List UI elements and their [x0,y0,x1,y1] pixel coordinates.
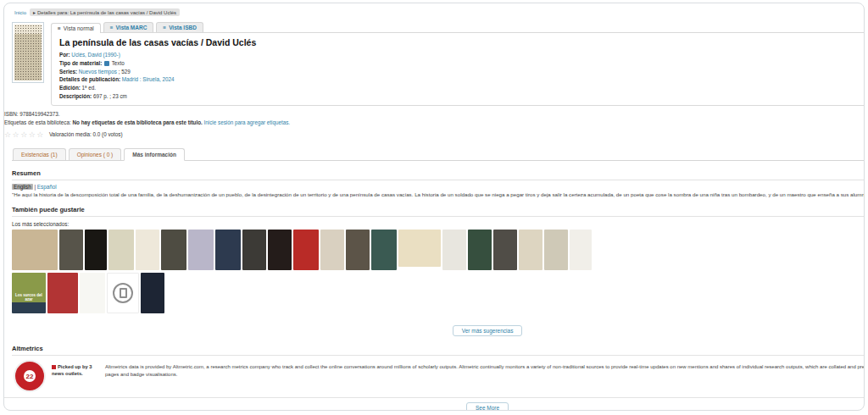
tab-mas-informacion[interactable]: Más información [124,148,185,161]
suggested-book-cover[interactable] [107,273,139,313]
rating-stars[interactable]: ☆☆☆☆☆ [4,129,45,141]
suggested-book-cover[interactable] [320,230,344,270]
suggested-book-cover[interactable] [468,230,492,270]
suggested-book-cover[interactable] [293,230,319,270]
suggested-book-cover[interactable] [85,230,107,270]
breadcrumb: Inicio ▸ Detalles para: La península de … [14,8,856,16]
breadcrumb-current: ▸ Detalles para: La península de las cas… [30,8,180,16]
star-icon[interactable]: ☆ [4,130,13,139]
edition-value: 1ª ed. [82,85,96,91]
altmetric-score: 22 [26,373,34,380]
news-legend-swatch [52,365,56,369]
section-resumen: Resumen English | Español "He aquí la hi… [12,169,865,197]
covers-row-1 [12,230,865,270]
suggested-book-cover[interactable] [268,230,292,270]
altmetric-donut-badge[interactable]: 22 [15,362,44,390]
suggested-book-cover[interactable] [136,230,159,270]
record-tabs: Existencias (1) Opiniones ( 0 ) Más info… [12,148,865,161]
suggested-book-cover[interactable] [442,230,466,270]
summary-text: "He aquí la historia de la descomposició… [12,191,865,197]
edition-label: Edición: [59,85,81,91]
suggested-book-cover[interactable] [161,230,186,270]
suggested-book-cover[interactable] [47,273,78,313]
star-icon[interactable]: ☆ [20,130,29,139]
star-icon[interactable]: ☆ [13,130,21,139]
suggested-book-cover[interactable] [141,273,164,313]
altmetric-legend: Picked up by 3 news outlets. [52,363,97,378]
publication-link[interactable]: Madrid : Siruela, 2024 [122,76,175,82]
series-label: Series: [59,69,77,75]
suggested-book-cover[interactable] [242,230,266,270]
section-altmetrics: Altmetrics 22 Picked up by 3 news outlet… [12,345,865,411]
suggested-book-cover[interactable] [188,230,214,270]
library-tags-label: Etiquetas de esta biblioteca: [4,119,71,125]
suggested-book-cover[interactable] [59,230,83,270]
suggested-book-cover[interactable] [108,230,134,270]
cover-title-text: Los surcos del azar [12,293,46,302]
author-link[interactable]: Uclés, David (1990-) [71,52,120,58]
see-more-button[interactable]: See More [466,402,509,411]
suggested-book-cover[interactable] [544,230,568,270]
series-link[interactable]: Nuevos tiempos [79,69,117,75]
login-to-tag-link[interactable]: Inicie sesión para agregar etiquetas. [204,119,291,125]
record-panel: La península de las casas vacías / David… [51,32,865,106]
tab-opiniones[interactable]: Opiniones ( 0 ) [69,148,122,160]
rating-average-text: Valoración media: 0.0 (0 votos) [49,130,123,139]
breadcrumb-arrow-icon: ▸ [33,9,36,15]
ver-mas-sugerencias-button[interactable]: Ver más sugerencias [453,325,523,336]
most-selected-label: Los más seleccionados: [12,221,865,227]
section-tambien-puede-gustarle: También puede gustarle Los más seleccion… [12,206,865,336]
language-separator: | [34,184,36,190]
publication-label: Detalles de publicación: [59,76,120,82]
suggested-book-cover[interactable] [215,230,241,270]
suggested-book-cover[interactable] [80,273,105,313]
suggested-book-cover[interactable] [493,230,517,270]
language-english-selected[interactable]: English [12,184,33,190]
description-label: Descripción: [59,93,92,99]
description-value: 697 p. ; 23 cm [93,93,127,99]
isbn-value: 9788419942373. [19,111,59,117]
covers-row-2: Los surcos del azar [12,273,865,313]
tab-vista-isbd[interactable]: ≡ Vista ISBD [156,22,203,32]
page-title: La península de las casas vacías / David… [59,37,865,47]
series-number: ; 529 [119,69,131,75]
suggested-book-cover[interactable] [570,230,592,270]
star-icon[interactable]: ☆ [29,130,37,139]
tab-existencias[interactable]: Existencias (1) [13,148,66,160]
record-extra: ISBN: 9788419942373. Etiquetas de esta b… [4,110,865,141]
suggested-book-cover[interactable] [346,230,370,270]
normal-view-icon: ≡ [58,25,61,31]
resumen-heading: Resumen [12,169,865,180]
main-content: ≡ Vista normal ≡ Vista MARC ≡ Vista ISBD [12,22,865,411]
footer-divider [4,397,864,398]
view-tabs: ≡ Vista normal ≡ Vista MARC ≡ Vista ISBD [51,22,865,32]
text-material-icon [104,61,109,66]
altmetric-description: Altmetrics data is provided by Altmetric… [105,363,865,379]
book-cover-art [14,25,42,80]
suggested-book-cover[interactable] [12,230,58,270]
suggested-book-cover[interactable] [519,230,542,270]
isbn-label: ISBN: [4,111,18,117]
star-icon[interactable]: ☆ [36,130,45,139]
material-value: Texto [112,60,125,66]
page-container: Inicio ▸ Detalles para: La península de … [3,3,865,411]
breadcrumb-current-label: Detalles para: La península de las casas… [37,10,176,15]
suggested-book-cover[interactable] [398,230,441,267]
book-cover-thumbnail[interactable] [12,22,44,83]
isbd-view-icon: ≡ [163,25,166,30]
suggested-book-cover[interactable] [371,230,397,270]
tab-vista-normal[interactable]: ≡ Vista normal [51,23,101,33]
tab-vista-marc[interactable]: ≡ Vista MARC [103,22,154,32]
marc-view-icon: ≡ [110,25,114,30]
language-espanol-link[interactable]: Español [37,184,57,190]
suggested-book-cover[interactable]: Los surcos del azar [12,273,46,313]
altmetrics-heading: Altmetrics [12,345,865,356]
no-cover-placeholder-icon [113,283,133,303]
author-label: Por: [59,52,70,58]
library-tags-value: No hay etiquetas de esta biblioteca para… [73,119,203,125]
breadcrumb-home-link[interactable]: Inicio [14,10,26,15]
also-like-heading: También puede gustarle [12,206,865,217]
material-label: Tipo de material: [59,60,102,66]
